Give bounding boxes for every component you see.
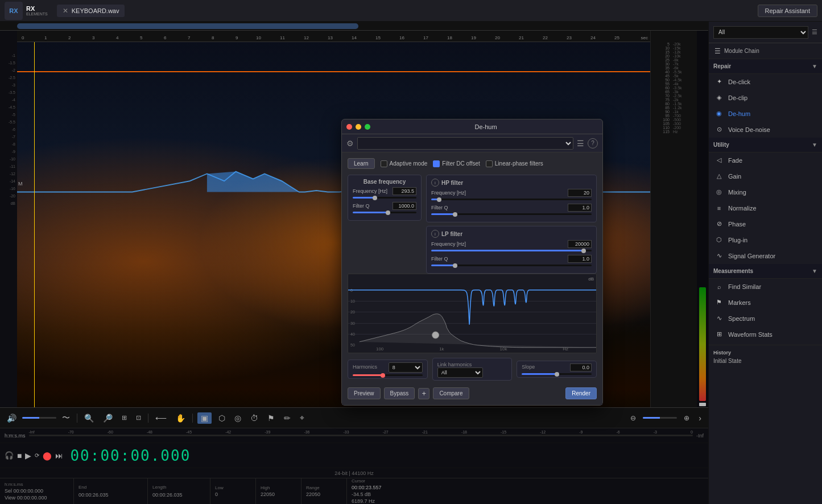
base-filterq-slider[interactable] <box>353 212 416 213</box>
lp-freq-value[interactable] <box>568 240 592 248</box>
link-harmonics-select[interactable]: All <box>437 367 483 378</box>
traffic-light-red[interactable] <box>346 124 352 130</box>
add-button[interactable]: + <box>418 388 429 399</box>
hp-info-icon[interactable]: i <box>431 179 439 187</box>
render-button[interactable]: Render <box>565 387 597 399</box>
eq-graph[interactable]: dB 0 10 20 30 40 <box>348 274 597 353</box>
repair-expand-icon[interactable]: ▼ <box>812 63 817 69</box>
hp-filterq-value[interactable] <box>568 204 592 212</box>
measurements-section-header[interactable]: Measurements ▼ <box>709 264 822 279</box>
wave-icon[interactable]: 〜 <box>60 412 72 424</box>
tab-close-icon[interactable]: ✕ <box>63 7 68 15</box>
lasso-tool[interactable]: ⬡ <box>216 412 228 424</box>
filter-dc-checkbox[interactable]: Filter DC offset <box>433 160 480 167</box>
modal-menu-icon[interactable]: ☰ <box>577 139 584 148</box>
utility-section-header[interactable]: Utility ▼ <box>709 138 822 152</box>
lp-filterq-value[interactable] <box>568 255 592 263</box>
slope-slider[interactable] <box>522 373 592 375</box>
linear-phase-cb[interactable] <box>486 160 493 167</box>
base-filterq-value[interactable] <box>393 202 416 210</box>
pencil-tool[interactable]: ✏ <box>282 412 293 424</box>
play-button[interactable]: ▶ <box>25 451 31 460</box>
top-bar: RX RX ELEMENTS ✕ KEYBOARD.wav Repair Ass… <box>0 0 822 22</box>
waveform-main[interactable]: 0 1 2 3 4 5 6 7 8 9 10 11 12 13 14 15 16 <box>17 31 650 407</box>
hand-tool-button[interactable]: ✋ <box>174 412 188 424</box>
modal-settings-icon[interactable]: ⚙ <box>346 139 354 148</box>
zoom-out-hz[interactable]: ⊖ <box>628 413 638 423</box>
lp-freq-slider[interactable] <box>431 250 592 251</box>
sidebar-item-find-similar[interactable]: ⌕ Find Similar <box>709 279 822 295</box>
utility-expand-icon[interactable]: ▼ <box>812 142 817 148</box>
freq-select-tool[interactable]: ◎ <box>232 412 243 424</box>
sidebar-item-normalize[interactable]: ≡ Normalize <box>709 200 822 216</box>
adaptive-mode-cb[interactable] <box>381 160 387 167</box>
harmonics-slider[interactable] <box>353 374 423 376</box>
main-layout: -1 -1.5 -2 -2.5 -3 -3.5 -4 -4.5 -5 -5.5 … <box>0 22 822 504</box>
hz-zoom-slider[interactable] <box>643 417 677 419</box>
sidebar-item-phase[interactable]: ⊘ Phase <box>709 216 822 232</box>
module-select[interactable]: All <box>713 26 808 39</box>
harmonics-select[interactable]: 8 <box>389 362 423 373</box>
sidebar-item-waveform-stats[interactable]: ⊞ Waveform Stats <box>709 327 822 342</box>
modal-help-icon[interactable]: ? <box>588 138 598 148</box>
scroll-left-button[interactable]: ⟵ <box>153 412 169 424</box>
sidebar-item-mixing[interactable]: ◎ Mixing <box>709 184 822 200</box>
zoom-sel-button[interactable]: ⊡ <box>134 413 143 423</box>
preview-button[interactable]: Preview <box>348 387 381 399</box>
linear-phase-checkbox[interactable]: Linear-phase filters <box>486 160 543 167</box>
marker-tool[interactable]: ⚑ <box>265 412 277 424</box>
adaptive-mode-checkbox[interactable]: Adaptive mode <box>381 160 428 167</box>
scroll-bar-area[interactable] <box>0 22 708 31</box>
traffic-light-yellow[interactable] <box>356 124 361 130</box>
sidebar-item-signal-generator[interactable]: ∿ Signal Generator <box>709 248 822 264</box>
lp-filterq-slider[interactable] <box>431 265 592 266</box>
filter-dc-cb[interactable] <box>433 160 440 167</box>
record-button[interactable]: ⬤ <box>43 451 52 460</box>
hp-freq-slider[interactable] <box>431 199 592 200</box>
scrub-tool[interactable]: ⌖ <box>298 412 307 424</box>
skip-forward-button[interactable]: ⏭ <box>55 451 63 460</box>
bypass-button[interactable]: Bypass <box>384 387 415 399</box>
compare-button[interactable]: Compare <box>433 387 469 399</box>
zoom-in-hz[interactable]: ⊕ <box>681 413 692 423</box>
right-menu-icon[interactable]: ☰ <box>812 28 817 36</box>
base-freq-slider[interactable] <box>353 197 416 199</box>
time-select-tool[interactable]: ⏱ <box>248 412 261 424</box>
sidebar-item-fade[interactable]: ◁ Fade <box>709 152 822 168</box>
hp-filterq-slider[interactable] <box>431 213 592 215</box>
scroll-thumb[interactable] <box>17 23 358 29</box>
playback-slider[interactable] <box>22 417 56 419</box>
zoom-fit-button[interactable]: ⊞ <box>119 413 129 423</box>
module-chain-button[interactable]: ☰ Module Chain <box>709 43 822 59</box>
measurements-expand-icon[interactable]: ▼ <box>812 268 817 274</box>
sidebar-item-gain[interactable]: △ Gain <box>709 168 822 184</box>
hp-freq-value[interactable] <box>568 189 592 197</box>
modal-preset-select[interactable] <box>357 137 573 150</box>
sidebar-item-declick[interactable]: ✦ De-click <box>709 74 822 90</box>
repair-assistant-button[interactable]: Repair Assistant <box>758 5 817 17</box>
zoom-out-button[interactable]: 🔍 <box>82 412 96 424</box>
sidebar-item-spectrum[interactable]: ∿ Spectrum <box>709 311 822 327</box>
sidebar-item-dehum[interactable]: ◉ De-hum <box>709 106 822 122</box>
active-tab[interactable]: ✕ KEYBOARD.wav <box>57 5 125 17</box>
logo-area: RX RX ELEMENTS <box>5 2 48 20</box>
slope-value[interactable] <box>570 363 592 371</box>
loop-button[interactable]: ⟳ <box>35 452 39 458</box>
stop-button[interactable]: ■ <box>17 451 22 460</box>
select-tool[interactable]: ▣ <box>197 412 212 424</box>
zoom-in-button[interactable]: 🔎 <box>101 412 115 424</box>
lp-info-icon[interactable]: i <box>431 230 439 238</box>
modal-titlebar[interactable]: De-hum <box>342 119 602 134</box>
sidebar-item-markers[interactable]: ⚑ Markers <box>709 295 822 311</box>
headphone-icon[interactable]: 🎧 <box>5 451 14 460</box>
sidebar-item-plugin[interactable]: ⬡ Plug-in <box>709 232 822 248</box>
zoom-icon[interactable]: 🔊 <box>5 412 19 424</box>
history-item-initial[interactable]: Initial State <box>713 358 817 364</box>
sidebar-item-voice-denoise[interactable]: ⊙ Voice De-noise <box>709 122 822 138</box>
sidebar-item-declip[interactable]: ◈ De-clip <box>709 90 822 106</box>
expand-button[interactable]: › <box>696 412 704 424</box>
base-freq-value[interactable] <box>393 187 416 195</box>
traffic-light-green[interactable] <box>365 124 370 130</box>
learn-button[interactable]: Learn <box>348 158 375 169</box>
repair-section-header[interactable]: Repair ▼ <box>709 59 822 74</box>
